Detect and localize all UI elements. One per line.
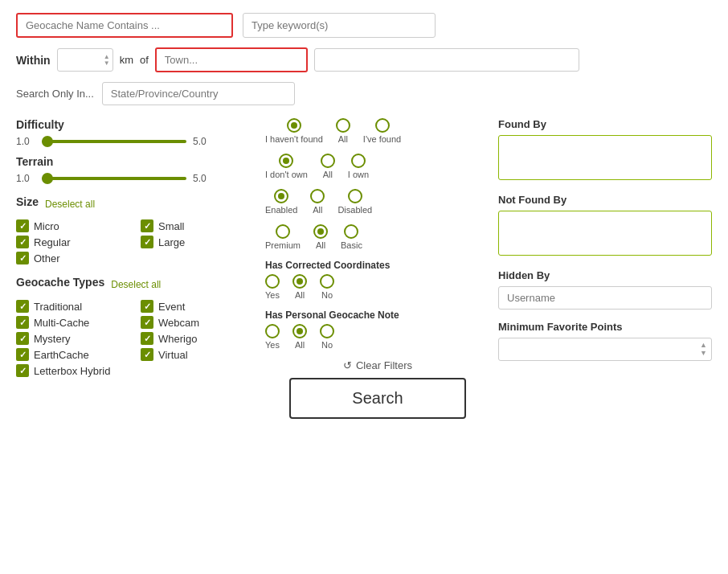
radio-note-no[interactable]: No (320, 324, 334, 350)
type-earthcache[interactable]: EarthCache (16, 348, 133, 361)
town-input[interactable] (155, 47, 308, 72)
radio-corrected-all[interactable]: All (292, 274, 307, 300)
radio-disabled-circle[interactable] (348, 189, 362, 203)
state-province-country-input[interactable] (102, 82, 295, 105)
type-virtual[interactable]: Virtual (141, 348, 257, 361)
geocache-types-title: Geocache Types (16, 276, 104, 289)
type-letterbox[interactable]: Letterbox Hybrid (16, 364, 257, 377)
keyword-input[interactable] (243, 13, 436, 38)
radio-basic[interactable]: Basic (341, 224, 362, 250)
min-fav-input[interactable] (498, 338, 712, 361)
search-button[interactable]: Search (289, 378, 466, 419)
not-found-by-input[interactable] (498, 211, 712, 256)
radio-membership-all[interactable]: All (313, 224, 328, 250)
radio-havent-found[interactable]: I haven't found (265, 118, 323, 144)
type-multi-cache[interactable]: Multi-Cache (16, 316, 133, 329)
size-large-label: Large (158, 236, 185, 248)
radio-own-all-label: All (323, 170, 333, 179)
difficulty-title: Difficulty (16, 118, 257, 131)
radio-enabled-all-circle[interactable] (310, 189, 325, 203)
radio-enabled-all[interactable]: All (310, 189, 325, 215)
size-regular[interactable]: Regular (16, 236, 133, 248)
corrected-coords-group: Yes All No (265, 274, 490, 300)
type-event-checkbox[interactable] (141, 300, 153, 313)
types-deselect-all[interactable]: Deselect all (111, 279, 161, 290)
radio-found-all[interactable]: All (336, 118, 350, 144)
size-other[interactable]: Other (16, 252, 133, 264)
type-mystery[interactable]: Mystery (16, 332, 133, 345)
min-fav-arrows[interactable]: ▲▼ (700, 341, 707, 359)
radio-i-own-label: I own (348, 170, 369, 179)
difficulty-slider-min[interactable] (42, 140, 186, 143)
radio-note-all-circle[interactable] (292, 324, 307, 338)
radio-found-all-circle[interactable] (336, 118, 350, 133)
clear-filters-button[interactable]: ↺ Clear Filters (343, 359, 412, 371)
size-small-checkbox[interactable] (141, 219, 153, 232)
type-mystery-label: Mystery (34, 333, 71, 345)
type-traditional[interactable]: Traditional (16, 300, 133, 313)
type-letterbox-checkbox[interactable] (16, 364, 29, 377)
type-mystery-checkbox[interactable] (16, 332, 29, 345)
type-webcam-checkbox[interactable] (141, 316, 153, 329)
radio-corrected-yes[interactable]: Yes (265, 274, 280, 300)
found-by-input[interactable] (498, 135, 712, 180)
size-small[interactable]: Small (141, 219, 257, 232)
radio-own-all-circle[interactable] (321, 154, 335, 168)
radio-note-no-circle[interactable] (320, 324, 334, 338)
radio-i-own[interactable]: I own (348, 154, 369, 179)
size-micro-checkbox[interactable] (16, 219, 29, 232)
search-only-label: Search Only In... (16, 88, 94, 100)
radio-enabled[interactable]: Enabled (265, 189, 297, 215)
geocache-name-input[interactable] (16, 13, 233, 38)
type-earthcache-checkbox[interactable] (16, 348, 29, 361)
radio-premium-circle[interactable] (276, 224, 290, 239)
type-traditional-checkbox[interactable] (16, 300, 29, 313)
type-wherigo[interactable]: Wherigo (141, 332, 257, 345)
radio-own-all[interactable]: All (321, 154, 335, 179)
radio-corrected-no-circle[interactable] (320, 274, 334, 289)
size-large[interactable]: Large (141, 236, 257, 248)
radio-disabled[interactable]: Disabled (337, 189, 372, 215)
radio-basic-circle[interactable] (344, 224, 358, 239)
type-virtual-checkbox[interactable] (141, 348, 153, 361)
radio-membership-all-label: All (316, 240, 325, 250)
radio-premium[interactable]: Premium (265, 224, 301, 250)
km-arrows[interactable]: ▲▼ (104, 54, 110, 67)
type-wherigo-checkbox[interactable] (141, 332, 153, 345)
radio-havent-found-circle[interactable] (287, 118, 301, 133)
radio-corrected-yes-circle[interactable] (265, 274, 280, 289)
geocache-types-section: Geocache Types Deselect all Traditional … (16, 276, 257, 377)
terrain-max: 5.0 (193, 173, 212, 184)
radio-note-yes-circle[interactable] (265, 324, 280, 338)
radio-dont-own-circle[interactable] (279, 154, 293, 168)
type-multi-cache-checkbox[interactable] (16, 316, 29, 329)
radio-ive-found-circle[interactable] (375, 118, 390, 133)
type-event[interactable]: Event (141, 300, 257, 313)
type-webcam[interactable]: Webcam (141, 316, 257, 329)
radio-ive-found[interactable]: I've found (363, 118, 401, 144)
region-input[interactable] (314, 48, 579, 72)
radio-note-all[interactable]: All (292, 324, 307, 350)
size-other-checkbox[interactable] (16, 252, 29, 264)
radio-corrected-all-circle[interactable] (292, 274, 307, 289)
size-regular-checkbox[interactable] (16, 236, 29, 248)
radio-enabled-circle[interactable] (274, 189, 288, 203)
radio-i-own-circle[interactable] (351, 154, 366, 168)
radio-corrected-no[interactable]: No (320, 274, 334, 300)
terrain-slider-min[interactable] (42, 177, 186, 180)
hidden-by-input[interactable] (498, 286, 712, 310)
left-column: Difficulty 1.0 5.0 Terrain 1.0 5.0 Size … (16, 118, 257, 419)
radio-enabled-label: Enabled (265, 205, 297, 215)
radio-found-all-label: All (338, 134, 348, 144)
type-letterbox-label: Letterbox Hybrid (34, 365, 110, 377)
main-content: Difficulty 1.0 5.0 Terrain 1.0 5.0 Size … (16, 118, 712, 419)
size-micro[interactable]: Micro (16, 219, 133, 232)
radio-membership-all-circle[interactable] (313, 224, 328, 239)
radio-note-yes[interactable]: Yes (265, 324, 280, 350)
found-by-label: Found By (498, 118, 712, 130)
size-large-checkbox[interactable] (141, 236, 153, 248)
size-deselect-all[interactable]: Deselect all (45, 199, 95, 210)
geocache-types-grid: Traditional Event Multi-Cache Webcam Mys… (16, 300, 257, 377)
radio-dont-own[interactable]: I don't own (265, 154, 308, 179)
radio-enabled-all-label: All (313, 205, 322, 215)
